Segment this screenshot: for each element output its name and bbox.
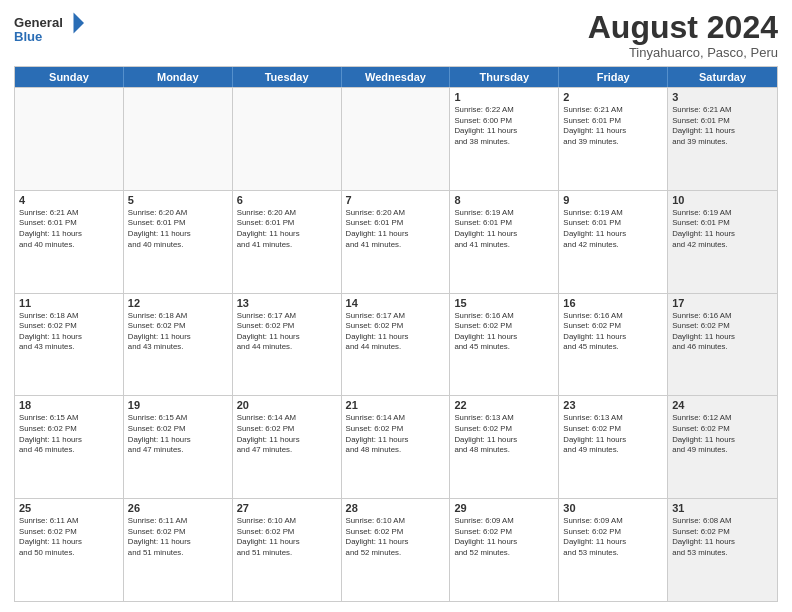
- day-cell-25: 25Sunrise: 6:11 AM Sunset: 6:02 PM Dayli…: [15, 499, 124, 601]
- day-cell-8: 8Sunrise: 6:19 AM Sunset: 6:01 PM Daylig…: [450, 191, 559, 293]
- day-cell-14: 14Sunrise: 6:17 AM Sunset: 6:02 PM Dayli…: [342, 294, 451, 396]
- day-info: Sunrise: 6:11 AM Sunset: 6:02 PM Dayligh…: [19, 516, 119, 558]
- cal-row-2: 11Sunrise: 6:18 AM Sunset: 6:02 PM Dayli…: [15, 293, 777, 396]
- day-cell-18: 18Sunrise: 6:15 AM Sunset: 6:02 PM Dayli…: [15, 396, 124, 498]
- calendar-body: 1Sunrise: 6:22 AM Sunset: 6:00 PM Daylig…: [15, 87, 777, 601]
- day-info: Sunrise: 6:21 AM Sunset: 6:01 PM Dayligh…: [563, 105, 663, 147]
- day-number: 25: [19, 502, 119, 514]
- header-day-monday: Monday: [124, 67, 233, 87]
- day-number: 22: [454, 399, 554, 411]
- day-number: 18: [19, 399, 119, 411]
- day-info: Sunrise: 6:21 AM Sunset: 6:01 PM Dayligh…: [19, 208, 119, 250]
- month-title: August 2024: [588, 10, 778, 45]
- title-block: August 2024 Tinyahuarco, Pasco, Peru: [588, 10, 778, 60]
- day-number: 15: [454, 297, 554, 309]
- day-info: Sunrise: 6:15 AM Sunset: 6:02 PM Dayligh…: [128, 413, 228, 455]
- day-cell-26: 26Sunrise: 6:11 AM Sunset: 6:02 PM Dayli…: [124, 499, 233, 601]
- header: General Blue August 2024 Tinyahuarco, Pa…: [14, 10, 778, 60]
- header-day-sunday: Sunday: [15, 67, 124, 87]
- day-cell-5: 5Sunrise: 6:20 AM Sunset: 6:01 PM Daylig…: [124, 191, 233, 293]
- cal-row-1: 4Sunrise: 6:21 AM Sunset: 6:01 PM Daylig…: [15, 190, 777, 293]
- day-number: 12: [128, 297, 228, 309]
- day-number: 19: [128, 399, 228, 411]
- day-info: Sunrise: 6:17 AM Sunset: 6:02 PM Dayligh…: [237, 311, 337, 353]
- day-info: Sunrise: 6:09 AM Sunset: 6:02 PM Dayligh…: [454, 516, 554, 558]
- day-cell-11: 11Sunrise: 6:18 AM Sunset: 6:02 PM Dayli…: [15, 294, 124, 396]
- day-cell-7: 7Sunrise: 6:20 AM Sunset: 6:01 PM Daylig…: [342, 191, 451, 293]
- logo-svg: General Blue: [14, 10, 84, 50]
- day-number: 30: [563, 502, 663, 514]
- day-number: 17: [672, 297, 773, 309]
- day-info: Sunrise: 6:22 AM Sunset: 6:00 PM Dayligh…: [454, 105, 554, 147]
- day-cell-15: 15Sunrise: 6:16 AM Sunset: 6:02 PM Dayli…: [450, 294, 559, 396]
- day-cell-6: 6Sunrise: 6:20 AM Sunset: 6:01 PM Daylig…: [233, 191, 342, 293]
- day-number: 3: [672, 91, 773, 103]
- day-info: Sunrise: 6:21 AM Sunset: 6:01 PM Dayligh…: [672, 105, 773, 147]
- day-info: Sunrise: 6:17 AM Sunset: 6:02 PM Dayligh…: [346, 311, 446, 353]
- day-cell-10: 10Sunrise: 6:19 AM Sunset: 6:01 PM Dayli…: [668, 191, 777, 293]
- day-cell-4: 4Sunrise: 6:21 AM Sunset: 6:01 PM Daylig…: [15, 191, 124, 293]
- header-day-saturday: Saturday: [668, 67, 777, 87]
- day-number: 26: [128, 502, 228, 514]
- empty-cell-0-0: [15, 88, 124, 190]
- day-cell-13: 13Sunrise: 6:17 AM Sunset: 6:02 PM Dayli…: [233, 294, 342, 396]
- day-number: 21: [346, 399, 446, 411]
- day-info: Sunrise: 6:18 AM Sunset: 6:02 PM Dayligh…: [19, 311, 119, 353]
- day-cell-23: 23Sunrise: 6:13 AM Sunset: 6:02 PM Dayli…: [559, 396, 668, 498]
- day-info: Sunrise: 6:14 AM Sunset: 6:02 PM Dayligh…: [346, 413, 446, 455]
- day-cell-2: 2Sunrise: 6:21 AM Sunset: 6:01 PM Daylig…: [559, 88, 668, 190]
- day-number: 20: [237, 399, 337, 411]
- day-cell-12: 12Sunrise: 6:18 AM Sunset: 6:02 PM Dayli…: [124, 294, 233, 396]
- header-day-wednesday: Wednesday: [342, 67, 451, 87]
- cal-row-3: 18Sunrise: 6:15 AM Sunset: 6:02 PM Dayli…: [15, 395, 777, 498]
- day-number: 28: [346, 502, 446, 514]
- day-cell-20: 20Sunrise: 6:14 AM Sunset: 6:02 PM Dayli…: [233, 396, 342, 498]
- day-cell-17: 17Sunrise: 6:16 AM Sunset: 6:02 PM Dayli…: [668, 294, 777, 396]
- day-info: Sunrise: 6:13 AM Sunset: 6:02 PM Dayligh…: [563, 413, 663, 455]
- day-number: 31: [672, 502, 773, 514]
- day-info: Sunrise: 6:08 AM Sunset: 6:02 PM Dayligh…: [672, 516, 773, 558]
- day-number: 23: [563, 399, 663, 411]
- day-cell-30: 30Sunrise: 6:09 AM Sunset: 6:02 PM Dayli…: [559, 499, 668, 601]
- day-info: Sunrise: 6:20 AM Sunset: 6:01 PM Dayligh…: [128, 208, 228, 250]
- day-cell-29: 29Sunrise: 6:09 AM Sunset: 6:02 PM Dayli…: [450, 499, 559, 601]
- day-number: 27: [237, 502, 337, 514]
- day-cell-21: 21Sunrise: 6:14 AM Sunset: 6:02 PM Dayli…: [342, 396, 451, 498]
- day-number: 5: [128, 194, 228, 206]
- empty-cell-0-2: [233, 88, 342, 190]
- svg-text:General: General: [14, 15, 63, 30]
- day-info: Sunrise: 6:19 AM Sunset: 6:01 PM Dayligh…: [563, 208, 663, 250]
- day-cell-24: 24Sunrise: 6:12 AM Sunset: 6:02 PM Dayli…: [668, 396, 777, 498]
- day-info: Sunrise: 6:15 AM Sunset: 6:02 PM Dayligh…: [19, 413, 119, 455]
- day-cell-31: 31Sunrise: 6:08 AM Sunset: 6:02 PM Dayli…: [668, 499, 777, 601]
- day-number: 9: [563, 194, 663, 206]
- day-info: Sunrise: 6:19 AM Sunset: 6:01 PM Dayligh…: [672, 208, 773, 250]
- cal-row-0: 1Sunrise: 6:22 AM Sunset: 6:00 PM Daylig…: [15, 87, 777, 190]
- day-info: Sunrise: 6:11 AM Sunset: 6:02 PM Dayligh…: [128, 516, 228, 558]
- subtitle: Tinyahuarco, Pasco, Peru: [588, 45, 778, 60]
- svg-text:Blue: Blue: [14, 29, 42, 44]
- day-info: Sunrise: 6:09 AM Sunset: 6:02 PM Dayligh…: [563, 516, 663, 558]
- day-number: 8: [454, 194, 554, 206]
- calendar-header: SundayMondayTuesdayWednesdayThursdayFrid…: [15, 67, 777, 87]
- day-number: 2: [563, 91, 663, 103]
- day-cell-1: 1Sunrise: 6:22 AM Sunset: 6:00 PM Daylig…: [450, 88, 559, 190]
- day-info: Sunrise: 6:13 AM Sunset: 6:02 PM Dayligh…: [454, 413, 554, 455]
- day-info: Sunrise: 6:20 AM Sunset: 6:01 PM Dayligh…: [346, 208, 446, 250]
- day-number: 4: [19, 194, 119, 206]
- day-number: 24: [672, 399, 773, 411]
- day-info: Sunrise: 6:16 AM Sunset: 6:02 PM Dayligh…: [563, 311, 663, 353]
- day-number: 7: [346, 194, 446, 206]
- header-day-tuesday: Tuesday: [233, 67, 342, 87]
- day-info: Sunrise: 6:16 AM Sunset: 6:02 PM Dayligh…: [454, 311, 554, 353]
- cal-row-4: 25Sunrise: 6:11 AM Sunset: 6:02 PM Dayli…: [15, 498, 777, 601]
- day-number: 16: [563, 297, 663, 309]
- day-cell-3: 3Sunrise: 6:21 AM Sunset: 6:01 PM Daylig…: [668, 88, 777, 190]
- day-info: Sunrise: 6:10 AM Sunset: 6:02 PM Dayligh…: [237, 516, 337, 558]
- day-info: Sunrise: 6:14 AM Sunset: 6:02 PM Dayligh…: [237, 413, 337, 455]
- day-number: 14: [346, 297, 446, 309]
- logo: General Blue: [14, 10, 84, 50]
- day-number: 29: [454, 502, 554, 514]
- day-cell-28: 28Sunrise: 6:10 AM Sunset: 6:02 PM Dayli…: [342, 499, 451, 601]
- calendar: SundayMondayTuesdayWednesdayThursdayFrid…: [14, 66, 778, 602]
